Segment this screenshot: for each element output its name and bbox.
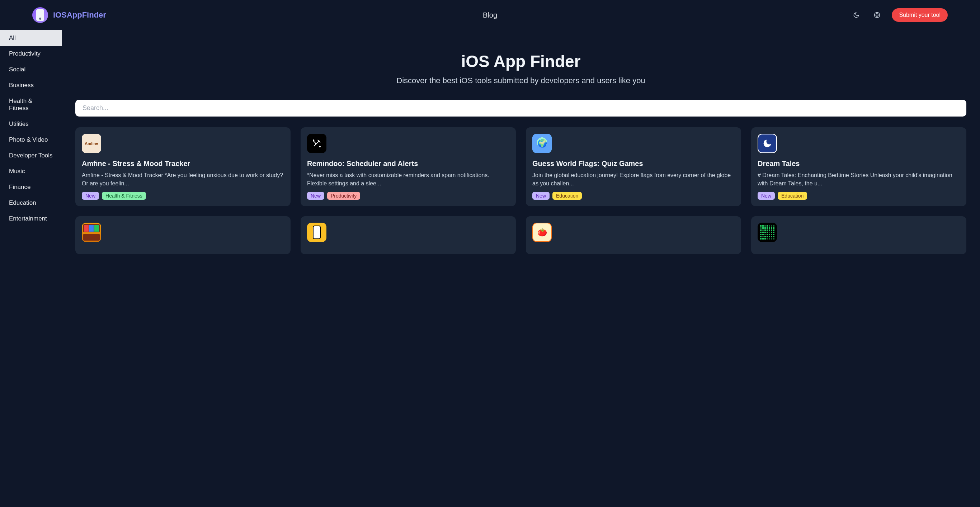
sidebar-item[interactable]: Education	[0, 195, 62, 211]
tag-list: NewHealth & Fitness	[82, 192, 284, 200]
header-actions: Submit your tool	[850, 8, 948, 22]
tag: Health & Fitness	[102, 192, 146, 200]
tag: New	[82, 192, 99, 200]
sidebar-item-label: Finance	[9, 184, 30, 191]
app-icon	[757, 223, 777, 242]
app-icon: Amfine	[82, 134, 101, 153]
tag: New	[532, 192, 550, 200]
sidebar-item[interactable]: Developer Tools	[0, 148, 62, 164]
brand-name: iOSAppFinder	[53, 10, 106, 20]
app-title: Dream Tales	[757, 159, 960, 168]
app-icon: 🍅	[532, 223, 552, 242]
svg-point-2	[313, 140, 314, 141]
app-card[interactable]: Dream Tales# Dream Tales: Enchanting Bed…	[751, 127, 966, 206]
page-title: iOS App Finder	[75, 52, 966, 71]
search-box[interactable]	[75, 100, 966, 116]
app-card[interactable]	[301, 216, 516, 254]
search-input[interactable]	[83, 104, 959, 112]
app-grid: AmfineAmfine - Stress & Mood TrackerAmfi…	[75, 127, 966, 254]
sidebar-item-label: Productivity	[9, 50, 41, 57]
main-content: iOS App Finder Discover the best iOS too…	[62, 30, 980, 269]
sidebar-item-label: All	[9, 35, 16, 41]
page-subtitle: Discover the best iOS tools submitted by…	[75, 76, 966, 85]
tag: Education	[552, 192, 582, 200]
header: iOSAppFinder Blog Submit your tool	[0, 0, 980, 30]
globe-icon	[874, 12, 880, 18]
tag-list: NewEducation	[532, 192, 735, 200]
moon-icon	[853, 12, 859, 18]
tag: Productivity	[327, 192, 360, 200]
app-description: Join the global education journey! Explo…	[532, 171, 735, 188]
app-description: # Dream Tales: Enchanting Bedtime Storie…	[757, 171, 960, 188]
sidebar-item[interactable]: Social	[0, 62, 62, 78]
sidebar-item-label: Developer Tools	[9, 152, 53, 159]
tag: New	[307, 192, 324, 200]
tag: New	[757, 192, 775, 200]
app-icon	[82, 223, 101, 242]
sidebar-item-label: Entertainment	[9, 215, 47, 222]
svg-point-3	[320, 146, 321, 147]
svg-point-5	[770, 146, 770, 146]
dark-mode-toggle[interactable]	[850, 9, 862, 21]
app-title: Remindoo: Scheduler and Alerts	[307, 159, 509, 168]
tag-list: NewProductivity	[307, 192, 509, 200]
app-card[interactable]	[75, 216, 291, 254]
app-title: Amfine - Stress & Mood Tracker	[82, 159, 284, 168]
app-description: *Never miss a task with customizable rem…	[307, 171, 509, 188]
app-title: Guess World Flags: Quiz Games	[532, 159, 735, 168]
sidebar-item-label: Music	[9, 168, 25, 175]
app-card[interactable]: AmfineAmfine - Stress & Mood TrackerAmfi…	[75, 127, 291, 206]
sidebar-item[interactable]: Health & Fitness	[0, 93, 62, 116]
sidebar-item[interactable]: Music	[0, 164, 62, 179]
sidebar-item[interactable]: Utilities	[0, 116, 62, 132]
app-card[interactable]	[751, 216, 966, 254]
sidebar-item-label: Utilities	[9, 121, 29, 127]
app-description: Amfine - Stress & Mood Tracker *Are you …	[82, 171, 284, 188]
app-card[interactable]: 🍅	[526, 216, 741, 254]
app-card[interactable]: 🌍Guess World Flags: Quiz GamesJoin the g…	[526, 127, 741, 206]
nav-blog[interactable]: Blog	[483, 11, 497, 19]
sidebar-item-label: Education	[9, 199, 36, 206]
brand-area[interactable]: iOSAppFinder	[32, 7, 106, 23]
submit-tool-button[interactable]: Submit your tool	[892, 8, 948, 22]
tag-list: NewEducation	[757, 192, 960, 200]
app-icon	[307, 223, 326, 242]
app-icon	[757, 134, 777, 153]
category-sidebar: AllProductivitySocialBusinessHealth & Fi…	[0, 30, 62, 269]
app-card[interactable]: Remindoo: Scheduler and Alerts*Never mis…	[301, 127, 516, 206]
app-icon: 🌍	[532, 134, 552, 153]
sidebar-item-label: Social	[9, 66, 25, 73]
app-icon	[307, 134, 326, 153]
tag: Education	[778, 192, 807, 200]
sidebar-item[interactable]: Photo & Video	[0, 132, 62, 148]
sidebar-item-label: Business	[9, 82, 34, 89]
sidebar-item-label: Health & Fitness	[9, 97, 32, 111]
sidebar-item[interactable]: Productivity	[0, 46, 62, 62]
language-button[interactable]	[871, 9, 883, 21]
svg-point-4	[764, 141, 765, 141]
sidebar-item[interactable]: Finance	[0, 179, 62, 195]
nav-center: Blog	[483, 11, 497, 19]
sidebar-item[interactable]: Business	[0, 78, 62, 93]
sidebar-item[interactable]: Entertainment	[0, 211, 62, 227]
sidebar-item[interactable]: All	[0, 30, 62, 46]
brand-logo	[32, 7, 48, 23]
hero: iOS App Finder Discover the best iOS too…	[75, 30, 966, 100]
sidebar-item-label: Photo & Video	[9, 136, 48, 143]
